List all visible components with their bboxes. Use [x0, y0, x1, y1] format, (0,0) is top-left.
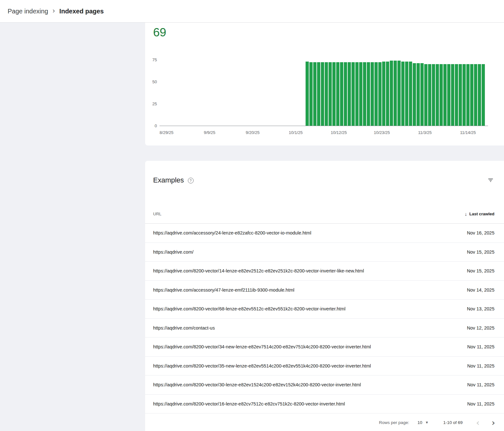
table-row[interactable]: https://aqdrive.com/8200-vector/30-lenze…: [145, 375, 504, 395]
y-axis-label: 0: [143, 123, 157, 129]
chart-bar[interactable]: [325, 62, 328, 126]
table-row[interactable]: https://aqdrive.com/8200-vector/35-new-l…: [145, 357, 504, 376]
examples-card: Examples ? URL ↓ Last crawled https://aq…: [145, 161, 504, 431]
chart-bar[interactable]: [428, 64, 431, 126]
content-area: 69 02550758/29/259/9/259/20/2510/1/2510/…: [0, 23, 504, 431]
last-crawled-cell: Nov 16, 2025: [467, 230, 494, 235]
y-axis-label: 25: [143, 101, 157, 107]
chart-bar[interactable]: [474, 64, 477, 126]
chart-bar[interactable]: [394, 61, 397, 126]
chart-bar[interactable]: [420, 63, 424, 126]
chart-bar[interactable]: [359, 62, 362, 126]
chart-bar[interactable]: [336, 62, 339, 126]
last-crawled-cell: Nov 13, 2025: [467, 306, 494, 311]
chart-bar[interactable]: [466, 64, 470, 126]
chart-bar[interactable]: [378, 62, 382, 126]
table-row[interactable]: https://aqdrive.com/8200-vector/34-new-l…: [145, 338, 504, 357]
chart-bar[interactable]: [409, 62, 412, 126]
chart-bar[interactable]: [386, 62, 389, 126]
previous-page-button[interactable]: ‹: [476, 418, 479, 427]
chart-bar[interactable]: [329, 62, 332, 126]
chart-bar[interactable]: [443, 64, 447, 126]
indexed-pages-chart-card: 69 02550758/29/259/9/259/20/2510/1/2510/…: [145, 23, 504, 145]
table-row[interactable]: https://aqdrive.com/ Nov 15, 2025: [145, 243, 504, 262]
url-cell: https://aqdrive.com/accessory/24-lenze-e…: [153, 230, 311, 235]
chart-bar[interactable]: [451, 64, 454, 126]
chart-bar[interactable]: [317, 62, 320, 126]
chart-bar[interactable]: [332, 62, 336, 126]
last-crawled-cell: Nov 11, 2025: [467, 401, 494, 406]
help-icon[interactable]: ?: [188, 178, 194, 183]
sort-descending-icon: ↓: [465, 211, 467, 217]
chart-bar[interactable]: [463, 64, 466, 126]
chart-bar[interactable]: [405, 62, 408, 126]
chart-bar[interactable]: [340, 62, 343, 126]
chart-bar[interactable]: [397, 61, 401, 126]
chart-bar[interactable]: [470, 64, 473, 126]
dropdown-caret-icon: ▼: [425, 420, 429, 424]
breadcrumb-page-indexing-link[interactable]: Page indexing: [8, 8, 48, 15]
last-crawled-cell: Nov 14, 2025: [467, 287, 494, 293]
url-cell: https://aqdrive.com/: [153, 249, 194, 255]
table-row[interactable]: https://aqdrive.com/accessory/47-lenze-e…: [145, 281, 504, 300]
y-axis-label: 50: [143, 79, 157, 85]
last-crawled-sort-header[interactable]: ↓ Last crawled: [465, 211, 494, 217]
chart-bar[interactable]: [455, 64, 458, 126]
table-row[interactable]: https://aqdrive.com/contact-us Nov 12, 2…: [145, 319, 504, 338]
rows-per-page-select[interactable]: 10 ▼: [418, 420, 429, 425]
last-crawled-cell: Nov 11, 2025: [467, 344, 494, 349]
x-axis-label: 10/23/25: [374, 130, 390, 135]
x-axis-label: 9/20/25: [246, 130, 259, 135]
chart-bar[interactable]: [413, 63, 416, 126]
chart-bar[interactable]: [355, 62, 359, 126]
chart-bar[interactable]: [371, 62, 374, 126]
examples-title: Examples: [153, 176, 184, 184]
breadcrumb-current: Indexed pages: [59, 8, 104, 15]
chart-bar[interactable]: [447, 64, 450, 126]
chart-bar[interactable]: [459, 64, 462, 126]
chart-bar[interactable]: [417, 63, 420, 126]
chart-bar[interactable]: [321, 62, 324, 126]
next-page-button[interactable]: ›: [492, 418, 495, 427]
chart-bar[interactable]: [363, 62, 366, 126]
chart-bar[interactable]: [401, 62, 404, 126]
examples-table: URL ↓ Last crawled https://aqdrive.com/a…: [145, 204, 504, 431]
pagination-range: 1-10 of 69: [443, 420, 463, 425]
chart-bar[interactable]: [382, 62, 385, 126]
table-footer: Rows per page: 10 ▼ 1-10 of 69 ‹ ›: [145, 413, 504, 431]
chart-bar[interactable]: [436, 64, 439, 126]
table-row[interactable]: https://aqdrive.com/8200-vector/14-lenze…: [145, 262, 504, 281]
table-row[interactable]: https://aqdrive.com/accessory/24-lenze-e…: [145, 224, 504, 243]
examples-table-body: https://aqdrive.com/accessory/24-lenze-e…: [145, 224, 504, 413]
chart-bar[interactable]: [344, 62, 347, 126]
table-row[interactable]: https://aqdrive.com/8200-vector/68-lenze…: [145, 300, 504, 319]
table-row[interactable]: https://aqdrive.com/8200-vector/16-lenze…: [145, 395, 504, 414]
filter-icon[interactable]: [487, 177, 494, 183]
chart-bar[interactable]: [306, 62, 309, 126]
x-axis-label: 10/1/25: [289, 130, 302, 135]
y-axis-label: 75: [143, 57, 157, 63]
chart-bar[interactable]: [313, 62, 316, 126]
last-crawled-cell: Nov 11, 2025: [467, 363, 494, 368]
chart-bar[interactable]: [352, 62, 355, 126]
chart-bar[interactable]: [424, 64, 427, 126]
chart-bar[interactable]: [374, 62, 378, 126]
chart-plot: 02550758/29/259/9/259/20/2510/1/2510/12/…: [159, 51, 488, 126]
chart-bar[interactable]: [367, 62, 370, 126]
chart-bar[interactable]: [478, 64, 481, 126]
url-cell: https://aqdrive.com/accessory/47-lenze-e…: [153, 287, 294, 293]
chart-bar[interactable]: [440, 64, 443, 126]
chart-bar[interactable]: [309, 62, 313, 126]
chart-bar[interactable]: [432, 64, 435, 126]
chart-bar[interactable]: [482, 64, 485, 126]
url-cell: https://aqdrive.com/contact-us: [153, 325, 215, 331]
chart-bars: [306, 61, 485, 126]
last-crawled-cell: Nov 11, 2025: [467, 382, 494, 387]
table-header-row: URL ↓ Last crawled: [145, 204, 504, 224]
chart-bar[interactable]: [390, 61, 393, 126]
chart-bar[interactable]: [348, 62, 351, 126]
breadcrumb: Page indexing › Indexed pages: [0, 0, 504, 23]
x-axis-label: 8/29/25: [159, 130, 173, 135]
rows-per-page-label: Rows per page:: [379, 420, 409, 425]
url-cell: https://aqdrive.com/8200-vector/14-lenze…: [153, 268, 364, 273]
